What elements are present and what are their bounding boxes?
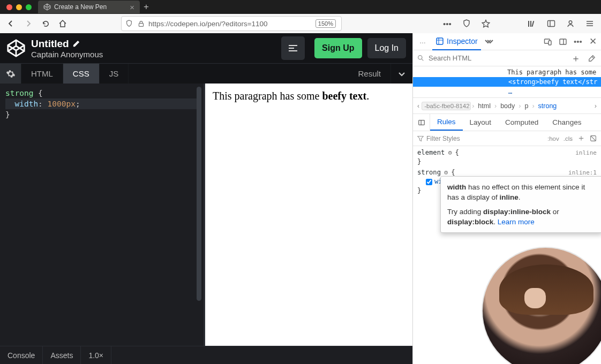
inspector-icon (435, 37, 444, 46)
styles-subtabs: Rules Layout Computed Changes (413, 114, 601, 131)
library-icon[interactable] (525, 17, 539, 31)
code-brace-close: } (5, 110, 10, 119)
responsive-mode-icon[interactable] (543, 37, 553, 47)
rule-enabled-checkbox[interactable] (426, 179, 432, 185)
close-devtools-icon[interactable]: ✕ (588, 37, 598, 47)
subtab-layout[interactable]: Layout (463, 114, 499, 131)
tooltip-suggestion: display:inline-block (483, 208, 551, 216)
close-window-icon[interactable] (6, 4, 12, 10)
scale-button[interactable]: 1.0× (81, 346, 111, 364)
dock-side-icon[interactable] (558, 37, 568, 47)
inspector-label: Inspector (447, 37, 478, 46)
more-tools-icon[interactable] (484, 37, 494, 47)
url-bar[interactable]: https://codepen.io/pen/?editors=1100 150… (121, 16, 342, 31)
sidebar-icon[interactable] (544, 17, 558, 31)
tab-html[interactable]: HTML (21, 64, 63, 84)
rule-gear-icon[interactable]: ⚙ (448, 148, 452, 157)
tooltip-display-value: inline (500, 193, 519, 201)
tooltip-text: . (493, 218, 498, 226)
pseudo-cls-button[interactable]: .cls (564, 135, 573, 142)
zoom-badge[interactable]: 150% (315, 19, 336, 28)
eyedropper-icon[interactable] (587, 54, 597, 63)
pen-title[interactable]: Untitled (31, 38, 276, 50)
tooltip-prop: width (447, 183, 466, 191)
dom-text-node[interactable]: This paragraph has some (413, 67, 601, 77)
breadcrumb-p[interactable]: p (522, 102, 531, 110)
tooltip-suggestion: display:block (447, 218, 493, 226)
tab-css[interactable]: CSS (63, 64, 100, 84)
rule-strong-selector[interactable]: strong (417, 168, 441, 177)
breadcrumb-prev-icon[interactable]: ‹ (416, 102, 420, 110)
breadcrumb-strong[interactable]: strong (536, 102, 560, 110)
codepen-header: Untitled Captain Anonymous Sign Up Log I… (0, 33, 412, 63)
assets-button[interactable]: Assets (43, 346, 81, 364)
prev-tool-icon[interactable]: … (416, 33, 429, 50)
forward-button[interactable] (21, 17, 35, 31)
account-icon[interactable] (564, 17, 577, 31)
tab-inspector[interactable]: Inspector (432, 33, 481, 50)
devtools-menu-icon[interactable]: ••• (573, 37, 583, 47)
signup-button[interactable]: Sign Up (314, 38, 362, 58)
console-button[interactable]: Console (0, 346, 43, 364)
dom-selected-node[interactable]: <strong>beefy text</str (413, 77, 601, 87)
codepen-footer: Console Assets 1.0× (0, 346, 412, 364)
codepen-favicon-icon (43, 3, 51, 11)
back-button[interactable] (4, 17, 18, 31)
subtab-rules[interactable]: Rules (430, 114, 463, 131)
add-element-icon[interactable]: ＋ (571, 54, 581, 63)
breadcrumb-frame[interactable]: -ba5c-fbe0-8142… (422, 102, 471, 110)
tracking-shield-icon[interactable] (460, 17, 474, 31)
subtab-computed[interactable]: Computed (498, 114, 545, 131)
search-html-input[interactable] (429, 54, 567, 62)
edit-title-icon[interactable] (72, 40, 80, 48)
pen-title-text: Untitled (31, 38, 69, 50)
shield-icon[interactable] (125, 19, 133, 28)
learn-more-link[interactable]: Learn more (498, 218, 535, 226)
preview-pane: This paragraph has some beefy text. (205, 84, 412, 346)
dom-more-icon[interactable]: … (413, 87, 601, 96)
code-selector: strong (5, 89, 33, 97)
preview-text-pre: This paragraph has some (213, 90, 322, 102)
codepen-logo-icon[interactable] (6, 39, 26, 58)
page-actions-icon[interactable]: ••• (440, 17, 454, 31)
rule-source-inline[interactable]: inline (575, 148, 597, 157)
css-editor[interactable]: strong { width: 1000px; } (0, 84, 205, 346)
login-button[interactable]: Log In (367, 38, 406, 58)
filter-icon (417, 135, 424, 142)
preview-strong: beefy text (322, 90, 366, 102)
tab-js[interactable]: JS (100, 64, 129, 84)
settings-button[interactable] (0, 64, 21, 84)
lock-icon[interactable] (137, 19, 145, 28)
home-button[interactable] (56, 17, 70, 31)
filter-placeholder[interactable]: Filter Styles (426, 135, 460, 142)
bookmark-star-icon[interactable] (479, 17, 493, 31)
codepen-app: Untitled Captain Anonymous Sign Up Log I… (0, 33, 412, 364)
new-tab-button[interactable]: + (140, 2, 153, 12)
new-rule-icon[interactable]: ＋ (577, 133, 585, 144)
styles-panel-toggle-icon[interactable] (413, 114, 430, 131)
svg-point-10 (418, 56, 422, 59)
change-view-button[interactable] (281, 36, 305, 60)
minimize-window-icon[interactable] (16, 4, 22, 10)
tab-result[interactable]: Result (348, 64, 391, 84)
rule-element-selector[interactable]: element (417, 148, 445, 157)
breadcrumb-body[interactable]: body (498, 102, 517, 110)
maximize-window-icon[interactable] (26, 4, 32, 10)
window-controls (3, 4, 32, 10)
breadcrumb-next-icon[interactable]: › (594, 102, 598, 110)
code-colon: : (38, 100, 47, 108)
menu-icon[interactable] (583, 17, 597, 31)
dom-tree[interactable]: This paragraph has some <strong>beefy te… (413, 66, 601, 98)
tooltip-text: . (519, 193, 521, 201)
subtab-changes[interactable]: Changes (545, 114, 588, 131)
light-dark-icon[interactable] (590, 135, 597, 142)
reload-button[interactable] (39, 17, 52, 31)
collapse-result-icon[interactable] (391, 64, 412, 84)
tab-close-icon[interactable]: × (130, 3, 134, 12)
breadcrumb-sep: › (532, 102, 534, 110)
pseudo-hov-button[interactable]: :hov (547, 135, 559, 142)
tab-title: Create a New Pen (54, 3, 107, 11)
breadcrumb-html[interactable]: html (475, 102, 493, 110)
editor-scrollbar[interactable] (197, 87, 201, 301)
browser-tab[interactable]: Create a New Pen × (38, 1, 140, 13)
